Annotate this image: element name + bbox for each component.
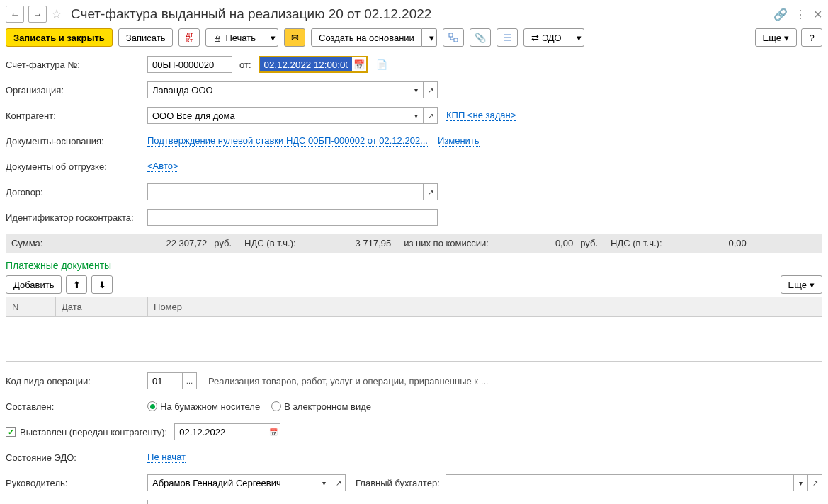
accountant-dropdown[interactable]: ▾ [794, 474, 808, 491]
dt-kt-button[interactable]: ДтКт [178, 28, 200, 47]
edo-button[interactable]: ⇄ ЭДО [523, 28, 569, 47]
counterparty-open[interactable]: ↗ [424, 107, 438, 124]
structure-button[interactable] [443, 28, 464, 47]
comm-label: из них по комиссии: [404, 238, 489, 248]
sum-label: Сумма: [11, 238, 42, 248]
accountant-input[interactable] [446, 474, 794, 491]
list-button[interactable] [497, 28, 518, 47]
print-button[interactable]: 🖨 Печать [205, 28, 263, 47]
page-title: Счет-фактура выданный на реализацию 20 о… [71, 6, 769, 22]
favorite-star-icon[interactable]: ☆ [51, 6, 62, 22]
radio-icon [147, 401, 157, 411]
comment-input[interactable] [147, 500, 416, 504]
issued-label: Выставлен (передан контрагенту): [20, 427, 167, 437]
accountant-open[interactable]: ↗ [808, 474, 822, 491]
vat-label: НДС (в т.ч.): [244, 238, 296, 248]
org-open[interactable]: ↗ [424, 81, 438, 98]
create-based-dropdown[interactable]: ▾ [422, 28, 437, 47]
counterparty-label: Контрагент: [6, 110, 147, 121]
email-button[interactable]: ✉ [284, 28, 305, 47]
counterparty-input[interactable] [147, 107, 409, 124]
kebab-menu-icon[interactable]: ⋮ [795, 8, 806, 21]
manager-open[interactable]: ↗ [331, 474, 346, 491]
op-code-label: Код вида операции: [6, 376, 147, 386]
gos-id-input[interactable] [147, 209, 438, 226]
move-down-button[interactable]: ⬇ [91, 275, 113, 294]
comm-value: 0,00 [555, 238, 573, 248]
payments-more-button[interactable]: Еще ▾ [781, 275, 822, 294]
svg-rect-0 [449, 33, 453, 37]
link-icon[interactable]: 🔗 [773, 8, 788, 21]
issued-checkbox[interactable]: ✓ [6, 427, 16, 437]
vat2-label: НДС (в т.ч.): [611, 238, 662, 248]
vat-value: 3 717,95 [356, 238, 392, 248]
radio-electronic[interactable]: В электронном виде [271, 401, 371, 412]
radio-paper[interactable]: На бумажном носителе [147, 401, 260, 412]
contract-open[interactable]: ↗ [424, 183, 438, 200]
print-dropdown[interactable]: ▾ [263, 28, 278, 47]
edo-icon: ⇄ [531, 33, 539, 43]
edo-state-label: Состояние ЭДО: [6, 452, 147, 463]
shipment-label: Документы об отгрузке: [6, 161, 147, 172]
basis-link[interactable]: Подтверждение нулевой ставки НДС 00БП-00… [147, 135, 428, 147]
issued-date-input[interactable] [174, 423, 266, 440]
table-body[interactable] [6, 317, 822, 361]
nav-forward-button[interactable]: → [28, 6, 47, 23]
col-n: N [6, 297, 56, 316]
contract-label: Договор: [6, 187, 147, 197]
org-dropdown[interactable]: ▾ [409, 81, 424, 98]
save-button[interactable]: Записать [118, 28, 174, 47]
org-input[interactable] [147, 81, 409, 98]
contract-input[interactable] [147, 183, 424, 200]
radio-icon [271, 401, 281, 411]
manager-dropdown[interactable]: ▾ [317, 474, 331, 491]
kpp-link[interactable]: КПП <не задан> [446, 110, 516, 121]
accountant-label: Главный бухгалтер: [356, 478, 440, 488]
col-date: Дата [56, 297, 148, 316]
date-input[interactable] [260, 57, 352, 71]
invoice-no-label: Счет-фактура №: [6, 59, 147, 70]
op-desc: Реализация товаров, работ, услуг и опера… [208, 376, 488, 386]
create-based-button[interactable]: Создать на основании [311, 28, 422, 47]
from-label: от: [239, 59, 251, 70]
save-close-button[interactable]: Записать и закрыть [6, 28, 113, 47]
close-icon[interactable]: ✕ [813, 8, 822, 21]
move-up-button[interactable]: ⬆ [66, 275, 87, 294]
gos-id-label: Идентификатор госконтракта: [6, 212, 147, 223]
edo-dropdown[interactable]: ▾ [569, 28, 584, 47]
doc-icon[interactable]: 📄 [376, 59, 387, 70]
date-field[interactable]: 📅 [259, 56, 368, 73]
manager-input[interactable] [147, 474, 317, 491]
calendar-icon[interactable]: 📅 [352, 57, 366, 71]
composed-label: Составлен: [6, 401, 147, 412]
help-button[interactable]: ? [801, 28, 822, 47]
add-button[interactable]: Добавить [6, 275, 62, 294]
change-link[interactable]: Изменить [438, 135, 480, 147]
edo-state-link[interactable]: Не начат [147, 452, 186, 463]
payments-table: N Дата Номер [6, 297, 822, 362]
basis-label: Документы-основания: [6, 136, 147, 147]
auto-link[interactable]: <Авто> [147, 161, 178, 172]
invoice-no-input[interactable] [147, 56, 232, 73]
nav-back-button[interactable]: ← [6, 6, 24, 23]
more-button[interactable]: Еще ▾ [755, 28, 797, 47]
issued-calendar-icon[interactable]: 📅 [266, 423, 280, 440]
vat2-value: 0,00 [729, 238, 747, 248]
attach-button[interactable]: 📎 [470, 28, 491, 47]
counterparty-dropdown[interactable]: ▾ [409, 107, 424, 124]
col-num: Номер [148, 297, 822, 316]
manager-label: Руководитель: [6, 478, 147, 488]
op-code-select[interactable]: … [183, 372, 197, 389]
summary-bar: Сумма: 22 307,72 руб. НДС (в т.ч.): 3 71… [6, 234, 822, 253]
payments-title: Платежные документы [6, 260, 822, 271]
org-label: Организация: [6, 85, 147, 96]
svg-rect-1 [454, 38, 458, 42]
op-code-input[interactable] [147, 372, 183, 389]
sum-value: 22 307,72 [166, 238, 207, 248]
printer-icon: 🖨 [213, 33, 222, 43]
